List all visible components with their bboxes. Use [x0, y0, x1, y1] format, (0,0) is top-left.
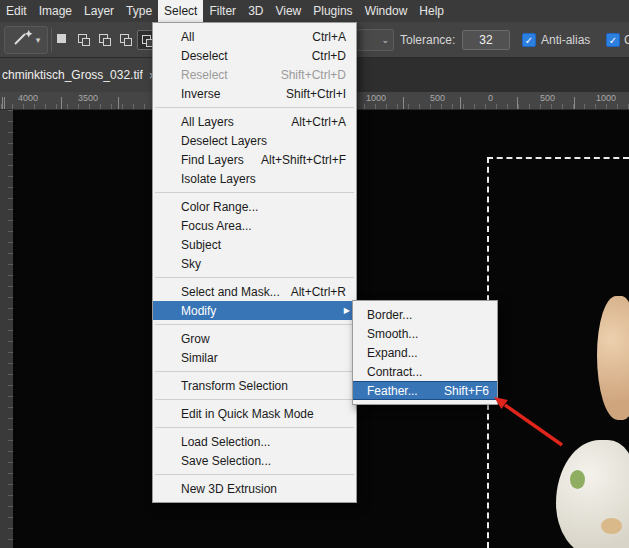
options-separator	[51, 28, 52, 52]
chevron-down-icon: ⌄	[381, 35, 389, 45]
subtract-from-selection-mode-button[interactable]	[95, 30, 115, 50]
menu-item-shortcut: Alt+Ctrl+A	[291, 115, 346, 129]
ruler-label: 3500	[78, 93, 98, 103]
menu-item-label: Edit in Quick Mask Mode	[181, 407, 314, 421]
square-icon	[57, 34, 66, 43]
menu-item-label: Focus Area...	[181, 219, 252, 233]
menu-item-similar[interactable]: Similar	[153, 348, 356, 367]
menu-item-label: Modify	[181, 304, 216, 318]
square-icon	[103, 38, 111, 46]
square-icon	[124, 38, 132, 46]
select-menu: AllCtrl+A DeselectCtrl+D ReselectShift+C…	[152, 22, 357, 503]
submenu-item-contract[interactable]: Contract...	[353, 362, 497, 381]
menu-item-label: Find Layers	[181, 153, 244, 167]
menu-item-label: Load Selection...	[181, 435, 270, 449]
menubar-item-help[interactable]: Help	[413, 0, 450, 22]
photo-fragment	[570, 470, 585, 489]
menu-item-focus-area[interactable]: Focus Area...	[153, 216, 356, 235]
new-selection-mode-button[interactable]	[53, 30, 73, 50]
submenu-item-expand[interactable]: Expand...	[353, 343, 497, 362]
ruler-label: 500	[430, 93, 445, 103]
menu-item-new-3d-extrusion[interactable]: New 3D Extrusion	[153, 479, 356, 498]
menu-separator	[155, 192, 354, 193]
menubar-item-3d[interactable]: 3D	[242, 0, 269, 22]
menu-item-select-and-mask[interactable]: Select and Mask...Alt+Ctrl+R	[153, 282, 356, 301]
menu-item-reselect: ReselectShift+Ctrl+D	[153, 65, 356, 84]
ruler-label: 4000	[18, 93, 38, 103]
menu-item-isolate-layers[interactable]: Isolate Layers	[153, 169, 356, 188]
menu-separator	[155, 107, 354, 108]
menu-item-shortcut: Alt+Ctrl+R	[291, 285, 346, 299]
menu-item-label: Select and Mask...	[181, 285, 280, 299]
square-icon	[82, 38, 90, 46]
photo-fragment	[597, 296, 629, 420]
menu-item-label: Save Selection...	[181, 454, 271, 468]
menu-item-label: Sky	[181, 257, 201, 271]
magic-wand-icon	[12, 29, 34, 51]
menu-item-label: All	[181, 30, 194, 44]
menu-item-label: Color Range...	[181, 200, 258, 214]
menu-item-grow[interactable]: Grow	[153, 329, 356, 348]
menu-item-label: Expand...	[367, 346, 418, 360]
menu-item-label: Grow	[181, 332, 210, 346]
menubar-item-edit[interactable]: Edit	[0, 0, 33, 22]
selection-marquee-top	[487, 157, 629, 159]
menubar-item-select[interactable]: Select	[158, 0, 203, 22]
ruler-label: 1000	[596, 93, 616, 103]
ruler-label: 500	[540, 93, 555, 103]
contiguous-label: C	[624, 22, 629, 58]
menu-item-shortcut: Ctrl+A	[312, 30, 346, 44]
menubar-item-layer[interactable]: Layer	[78, 0, 120, 22]
menu-item-label: All Layers	[181, 115, 234, 129]
vertical-ruler	[0, 110, 13, 548]
menu-item-transform-selection[interactable]: Transform Selection	[153, 376, 356, 395]
menubar-item-view[interactable]: View	[269, 0, 307, 22]
menu-item-inverse[interactable]: InverseShift+Ctrl+I	[153, 84, 356, 103]
menu-item-subject[interactable]: Subject	[153, 235, 356, 254]
menu-separator	[155, 399, 354, 400]
menubar-item-filter[interactable]: Filter	[203, 0, 242, 22]
contiguous-checkbox[interactable]: ✓	[606, 33, 620, 47]
menubar-item-image[interactable]: Image	[33, 0, 78, 22]
menu-separator	[155, 427, 354, 428]
menu-item-sky[interactable]: Sky	[153, 254, 356, 273]
photoshop-window: Edit Image Layer Type Select Filter 3D V…	[0, 0, 629, 548]
document-title: chminktisch_Gross_032.tif	[2, 68, 143, 82]
menu-separator	[155, 371, 354, 372]
submenu-item-smooth[interactable]: Smooth...	[353, 324, 497, 343]
menubar-item-plugins[interactable]: Plugins	[307, 0, 358, 22]
intersect-selection-mode-button[interactable]	[116, 30, 136, 50]
submenu-item-feather[interactable]: Feather...Shift+F6	[353, 381, 497, 400]
menu-item-color-range[interactable]: Color Range...	[153, 197, 356, 216]
sample-size-dropdown[interactable]: ⌄	[356, 29, 394, 51]
menu-item-edit-in-quick-mask-mode[interactable]: Edit in Quick Mask Mode	[153, 404, 356, 423]
menu-item-deselect-layers[interactable]: Deselect Layers	[153, 131, 356, 150]
menu-separator	[155, 324, 354, 325]
tool-preset-button[interactable]: ▾	[4, 26, 48, 54]
menu-item-save-selection[interactable]: Save Selection...	[153, 451, 356, 470]
anti-alias-checkbox[interactable]: ✓	[522, 33, 536, 47]
menu-item-all-layers[interactable]: All LayersAlt+Ctrl+A	[153, 112, 356, 131]
menu-item-label: Subject	[181, 238, 221, 252]
menu-item-label: Transform Selection	[181, 379, 288, 393]
submenu-item-border[interactable]: Border...	[353, 305, 497, 324]
menu-separator	[155, 474, 354, 475]
menu-item-deselect[interactable]: DeselectCtrl+D	[153, 46, 356, 65]
anti-alias-label: Anti-alias	[541, 22, 590, 58]
photo-fragment	[601, 518, 622, 534]
chevron-down-icon: ▾	[36, 35, 41, 45]
menubar-item-window[interactable]: Window	[359, 0, 414, 22]
submenu-arrow-icon: ▶	[344, 306, 350, 315]
menubar-item-type[interactable]: Type	[120, 0, 158, 22]
menu-item-find-layers[interactable]: Find LayersAlt+Shift+Ctrl+F	[153, 150, 356, 169]
tolerance-input[interactable]	[462, 30, 510, 50]
menu-item-label: New 3D Extrusion	[181, 482, 277, 496]
add-to-selection-mode-button[interactable]	[74, 30, 94, 50]
menu-item-label: Feather...	[367, 384, 418, 398]
menu-item-modify[interactable]: Modify▶	[153, 301, 356, 320]
menu-item-label: Contract...	[367, 365, 422, 379]
menu-item-all[interactable]: AllCtrl+A	[153, 27, 356, 46]
menu-item-load-selection[interactable]: Load Selection...	[153, 432, 356, 451]
menu-item-label: Isolate Layers	[181, 172, 256, 186]
ruler-label: 1000	[366, 93, 386, 103]
